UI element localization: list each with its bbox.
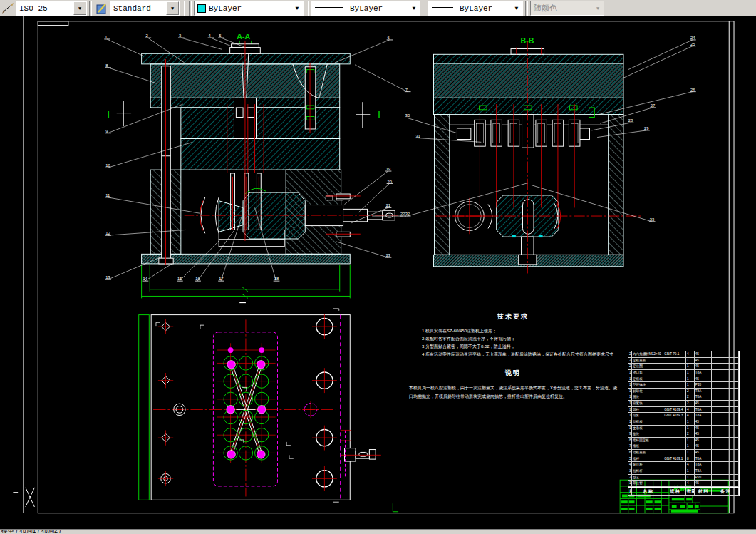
table-row: 11动模板145 <box>628 419 739 426</box>
table-row: 4复位杆4T8A <box>628 462 739 468</box>
table-cell: 支承板 <box>632 426 663 431</box>
table-cell: 2 <box>686 389 695 394</box>
table-cell: 内六角螺钉M12×40 <box>632 351 663 357</box>
dim-style-button[interactable] <box>0 1 16 16</box>
lineweight-combo[interactable]: ByLayer ▼ <box>428 1 523 16</box>
linetype-value: ByLayer <box>347 4 408 13</box>
table-cell: T8A <box>695 370 712 376</box>
table-cell: 1 <box>686 358 695 364</box>
table-cell <box>712 407 739 413</box>
table-cell: 45 <box>695 401 712 406</box>
layout-tab-bar[interactable]: 模型 / 布局1 / 布局2 / <box>0 529 756 534</box>
table-row: 1限位钉445 <box>628 481 739 487</box>
table-row: 21定模座板145 <box>628 358 739 364</box>
table-cell: 45 <box>695 443 712 449</box>
toolbar-separator <box>525 1 528 16</box>
table-cell <box>712 358 739 364</box>
tech-requirement-item: 3 分型面贴合紧密，间隙不大于0.02，防止溢料； <box>422 343 620 351</box>
part-number: 6 <box>388 36 390 40</box>
table-cell: T8A <box>695 413 712 419</box>
table-row: 3拉料杆1T8A <box>628 468 739 475</box>
linetype-combo[interactable]: ByLayer ▼ <box>311 1 420 16</box>
table-row: 9垫块245 <box>628 431 739 438</box>
table-cell <box>663 426 686 431</box>
table-cell <box>663 358 686 364</box>
table-cell <box>712 401 739 406</box>
table-cell: 1 <box>686 370 695 376</box>
table-cell: 动模板 <box>632 419 663 425</box>
part-number: 3 <box>179 34 181 38</box>
part-number: 8 <box>105 63 108 68</box>
chevron-down-icon[interactable]: ▼ <box>166 1 179 15</box>
dim-style-combo[interactable]: ISO-25 ▼ <box>16 1 87 16</box>
header-cell: 数量 <box>686 488 695 495</box>
toolbar-separator <box>189 1 192 16</box>
table-cell <box>712 450 739 456</box>
part-number: 22 <box>400 212 405 216</box>
table-cell <box>712 431 739 437</box>
table-cell: 8 <box>686 456 695 462</box>
table-cell: 45 <box>695 450 712 456</box>
table-cell: T8A <box>695 394 712 400</box>
table-cell <box>663 438 686 443</box>
layout-tabs[interactable]: 模型 / 布局1 / 布局2 / <box>1 529 61 534</box>
table-cell: 45 <box>695 431 712 437</box>
svg-text:I: I <box>378 109 380 120</box>
table-cell: 1 <box>686 376 695 382</box>
header-cell: 材 料 <box>695 488 712 495</box>
text-style-value: Standard <box>110 4 166 13</box>
table-row: 22内六角螺钉M12×40GB/T 70.1445 <box>628 351 739 358</box>
table-cell <box>663 431 686 437</box>
part-number: 31 <box>415 134 420 138</box>
table-cell <box>663 376 686 382</box>
table-cell: 4 <box>686 413 695 419</box>
table-cell: T8A <box>695 462 712 468</box>
part-number: 15 <box>177 277 182 281</box>
table-row: 17型腔镶块1P20 <box>628 382 739 389</box>
parts-table-header: 序名 称规 格数量材 料备 注 <box>628 487 739 496</box>
table-row: 7推板145 <box>628 443 739 450</box>
table-cell <box>663 370 686 376</box>
part-number: 17 <box>219 277 223 281</box>
tech-requirement-item: 1 模具安装在SZ-60/450注塑机上使用； <box>422 327 620 335</box>
chevron-down-icon[interactable]: ▼ <box>408 2 420 14</box>
text-style-button[interactable] <box>94 1 110 16</box>
table-cell: 1 <box>686 438 695 443</box>
table-row: 8推杆固定板145 <box>628 438 739 444</box>
drawing-canvas[interactable]: A-A <box>0 16 756 529</box>
table-cell: 动模座板 <box>632 450 663 456</box>
plot-style-combo: 随颜色 ▼ <box>530 1 604 16</box>
table-cell: T8A <box>695 456 712 462</box>
part-number: 21 <box>386 203 390 207</box>
color-combo[interactable]: ByLayer ▼ <box>194 1 304 16</box>
table-cell <box>663 394 686 400</box>
tech-requirement-item: 4 所有活动零件应运动灵活平稳，无卡滞现象；装配后涂防锈油，保证各处配合尺寸符合… <box>422 351 620 359</box>
table-cell: 1 <box>686 475 695 481</box>
table-cell: 型腔镶块 <box>632 382 663 388</box>
table-cell: 4 <box>686 407 695 413</box>
table-cell: 定位圈 <box>632 364 663 369</box>
table-cell: 推板 <box>632 443 663 449</box>
dim-style-value: ISO-25 <box>16 4 73 13</box>
part-number: 16 <box>195 277 200 281</box>
table-cell: GB/T 4169.4 <box>663 407 686 413</box>
notes-title: 说明 <box>406 369 620 378</box>
part-number: 33 <box>650 217 654 222</box>
table-cell <box>712 370 739 376</box>
table-cell <box>663 462 686 468</box>
table-cell <box>712 376 739 382</box>
table-row: 12导套GB/T 4169.34T8A <box>628 413 739 419</box>
chevron-down-icon[interactable]: ▼ <box>291 2 303 14</box>
table-cell <box>712 426 739 431</box>
text-style-combo[interactable]: Standard ▼ <box>110 1 180 16</box>
table-row: 18定模板145 <box>628 376 739 383</box>
part-number: 26 <box>690 88 695 92</box>
table-cell: 滑块 <box>632 394 663 400</box>
table-cell: 4 <box>686 481 695 486</box>
table-cell: 45 <box>695 438 712 443</box>
chevron-down-icon[interactable]: ▼ <box>73 1 86 15</box>
chevron-down-icon[interactable]: ▼ <box>511 2 522 14</box>
table-cell <box>663 364 686 369</box>
color-value: ByLayer <box>206 4 291 13</box>
table-cell <box>663 443 686 449</box>
